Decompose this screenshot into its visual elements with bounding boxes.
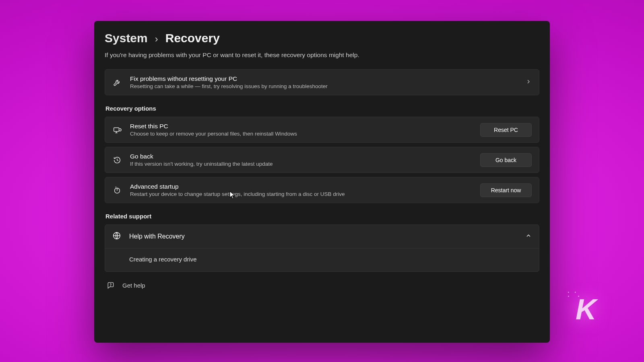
fix-problems-row[interactable]: Fix problems without resetting your PC R… — [105, 69, 539, 95]
fix-problems-desc: Resetting can take a while — first, try … — [130, 83, 517, 89]
globe-help-icon — [112, 231, 121, 242]
go-back-desc: If this version isn't working, try unins… — [130, 161, 472, 167]
help-recovery-title: Help with Recovery — [129, 233, 517, 240]
wrench-icon — [112, 78, 122, 87]
breadcrumb-separator-icon: › — [155, 33, 158, 45]
power-restart-icon — [112, 185, 122, 195]
reset-pc-button[interactable]: Reset PC — [480, 123, 532, 137]
help-recovery-header[interactable]: Help with Recovery — [105, 225, 539, 248]
page-title: Recovery — [165, 31, 220, 45]
get-help-row[interactable]: Get help — [105, 276, 539, 290]
go-back-button[interactable]: Go back — [480, 153, 532, 167]
advanced-startup-row: Advanced startup Restart your device to … — [105, 177, 539, 203]
watermark-dots-icon: ∙ ∙∙ ∙ — [568, 290, 581, 298]
svg-rect-0 — [114, 128, 119, 131]
restart-now-button[interactable]: Restart now — [480, 183, 532, 197]
settings-recovery-window: System › Recovery If you're having probl… — [94, 21, 550, 343]
reset-pc-title: Reset this PC — [130, 123, 472, 130]
go-back-title: Go back — [130, 153, 472, 160]
svg-point-3 — [111, 286, 111, 286]
breadcrumb: System › Recovery — [105, 31, 539, 45]
advanced-startup-title: Advanced startup — [130, 183, 472, 190]
advanced-startup-desc: Restart your device to change startup se… — [130, 191, 472, 197]
page-subtitle: If you're having problems with your PC o… — [105, 51, 539, 59]
get-help-label: Get help — [122, 282, 145, 289]
help-recovery-card: Help with Recovery Creating a recovery d… — [105, 224, 539, 272]
history-icon — [112, 155, 122, 165]
reset-pc-row: Reset this PC Choose to keep or remove y… — [105, 117, 539, 143]
go-back-row: Go back If this version isn't working, t… — [105, 147, 539, 173]
reset-pc-desc: Choose to keep or remove your personal f… — [130, 131, 472, 137]
breadcrumb-parent[interactable]: System — [105, 31, 148, 45]
help-chat-icon — [106, 281, 115, 290]
chevron-up-icon — [525, 232, 532, 241]
watermark-logo: ∙ ∙∙ ∙ K — [576, 293, 596, 326]
related-support-heading: Related support — [105, 213, 539, 220]
chevron-right-icon — [525, 78, 532, 86]
recovery-options-heading: Recovery options — [105, 105, 539, 112]
help-recovery-link[interactable]: Creating a recovery drive — [129, 256, 197, 263]
reset-pc-icon — [112, 125, 122, 135]
fix-problems-title: Fix problems without resetting your PC — [130, 75, 517, 82]
